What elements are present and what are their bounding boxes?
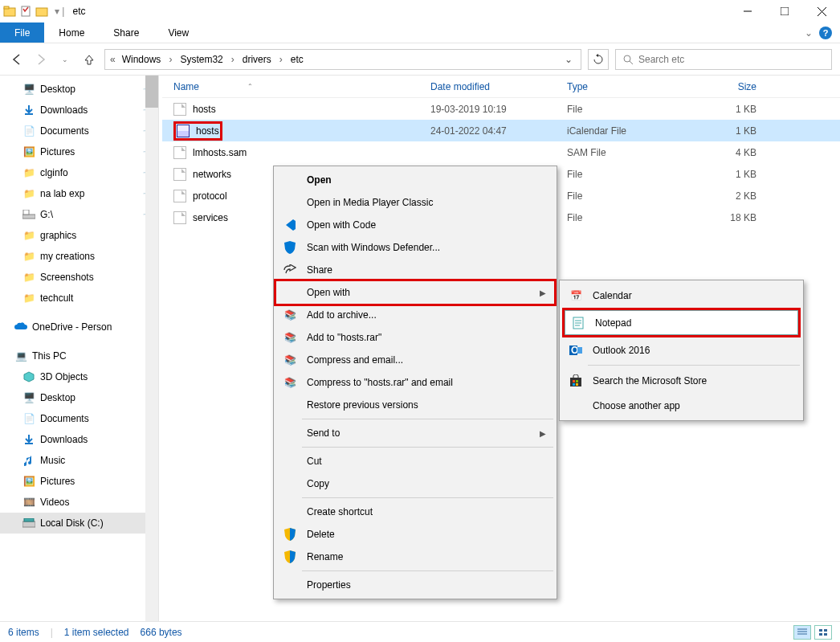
folder-icon-2 [35,5,48,18]
col-type[interactable]: Type [567,81,687,92]
tree-pc-videos[interactable]: 🎞️Videos [0,492,158,513]
svg-text:O: O [571,345,578,356]
drive-icon [22,208,35,221]
separator [302,419,553,419]
ctx-share[interactable]: Share [276,259,554,281]
ical-icon [177,125,190,137]
tree-onedrive[interactable]: OneDrive - Person [0,317,158,337]
tab-share[interactable]: Share [99,22,153,43]
file-row[interactable]: hosts 19-03-2019 10:19 File 1 KB [162,98,840,120]
tree-pc-desktop[interactable]: 🖥️Desktop [0,387,158,408]
address-bar[interactable]: « Windows› System32› drivers› etc ⌄ [104,49,581,70]
file-row[interactable]: lmhosts.sam SAM File4 KB [162,141,840,163]
ctx-properties[interactable]: Properties [276,574,554,596]
sub-outlook[interactable]: OOutlook 2016 [562,337,801,362]
up-button[interactable] [80,51,98,68]
tree-techcult[interactable]: 📁techcult [0,288,158,309]
tree-pc-documents[interactable]: 📄Documents [0,408,158,429]
column-headers[interactable]: Name⌃ Date modified Type Size [162,76,840,98]
search-input[interactable]: Search etc [615,49,832,70]
sub-label: Choose another app [593,400,680,411]
ctx-restore-previous[interactable]: Restore previous versions [276,394,554,416]
file-type: File [567,169,687,180]
view-details-button[interactable] [793,625,811,640]
tree-label: na lab exp [40,188,84,199]
col-name[interactable]: Name [173,81,199,92]
tree-label: Desktop [40,392,75,403]
ctx-add-archive[interactable]: 📚Add to archive... [276,304,554,326]
tree-creations[interactable]: 📁my creations [0,246,158,267]
ctx-compress-email[interactable]: 📚Compress and email... [276,349,554,371]
address-back-chevron[interactable]: « [110,54,116,65]
crumb-windows[interactable]: Windows [119,52,165,67]
tree-scrollbar[interactable] [145,76,158,622]
nav-tree[interactable]: 🖥️Desktop📌 Downloads📌 📄Documents📌 🖼️Pict… [0,76,159,622]
ctx-open[interactable]: Open [276,169,554,191]
view-large-button[interactable] [814,625,832,640]
ctx-delete[interactable]: Delete [276,523,554,546]
ctx-copy[interactable]: Copy [276,472,554,495]
tree-desktop[interactable]: 🖥️Desktop📌 [0,79,158,100]
ctx-open-with[interactable]: Open with▶ [276,281,554,304]
tree-documents[interactable]: 📄Documents📌 [0,121,158,141]
tree-screenshots[interactable]: 📁Screenshots [0,267,158,288]
ctx-open-media[interactable]: Open in Media Player Classic [276,191,554,214]
tree-3dobjects[interactable]: 3D Objects [0,366,158,387]
recent-dropdown[interactable]: ⌄ [56,51,74,68]
ctx-shortcut[interactable]: Create shortcut [276,501,554,523]
tree-pc-pictures[interactable]: 🖼️Pictures [0,471,158,492]
tab-view[interactable]: View [153,22,203,43]
ribbon-expand-icon[interactable]: ⌄ [805,27,813,39]
context-menu: Open Open in Media Player Classic Open w… [273,166,557,599]
ctx-open-code[interactable]: Open with Code [276,214,554,236]
tree-thispc[interactable]: 💻This PC [0,346,158,366]
tree-downloads[interactable]: Downloads📌 [0,100,158,121]
sub-calendar[interactable]: 📅Calendar [562,283,801,308]
ctx-cut[interactable]: Cut [276,450,554,472]
minimize-button[interactable] [729,0,766,22]
ctx-send-to[interactable]: Send to▶ [276,422,554,444]
file-tab[interactable]: File [0,22,44,43]
col-size[interactable]: Size [687,81,776,92]
tab-home[interactable]: Home [44,22,99,43]
tree-graphics[interactable]: 📁graphics [0,225,158,246]
download-icon [22,104,35,117]
close-button[interactable] [803,0,840,22]
forward-button[interactable] [32,51,50,68]
store-icon [569,374,583,388]
documents-icon: 📄 [22,412,35,425]
address-dropdown-icon[interactable]: ⌄ [561,54,576,65]
tree-pc-music[interactable]: Music [0,450,158,471]
help-icon[interactable]: ? [819,27,832,39]
ctx-rename[interactable]: Rename [276,546,554,568]
svg-rect-2 [22,6,30,16]
tree-gdrive[interactable]: G:\📌 [0,204,158,225]
ctx-add-hosts-rar[interactable]: 📚Add to "hosts.rar" [276,326,554,349]
ctx-scan-defender[interactable]: Scan with Windows Defender... [276,236,554,259]
tree-clginfo[interactable]: 📁clginfo📌 [0,162,158,183]
save-icon[interactable] [19,5,32,18]
file-size: 18 KB [687,212,776,223]
sub-another[interactable]: Choose another app [562,393,801,418]
ctx-compress-hosts-email[interactable]: 📚Compress to "hosts.rar" and email [276,371,554,394]
file-icon [173,190,186,202]
tree-nalab[interactable]: 📁na lab exp📌 [0,183,158,204]
crumb-etc[interactable]: etc [287,52,307,67]
tree-localdisk[interactable]: Local Disk (C:) [0,513,158,534]
back-button[interactable] [8,51,26,68]
calendar-icon: 📅 [569,288,583,303]
col-date[interactable]: Date modified [430,81,567,92]
crumb-system32[interactable]: System32 [177,52,226,67]
ribbon: File Home Share View ⌄ ? [0,22,840,43]
file-size: 1 KB [687,125,776,137]
sub-notepad[interactable]: Notepad [565,310,798,335]
tree-label: G:\ [40,209,53,220]
tree-pictures[interactable]: 🖼️Pictures📌 [0,141,158,162]
file-size: 4 KB [687,147,776,158]
maximize-button[interactable] [766,0,803,22]
crumb-drivers[interactable]: drivers [239,52,275,67]
tree-pc-downloads[interactable]: Downloads [0,429,158,450]
sub-store[interactable]: Search the Microsoft Store [562,368,801,393]
file-row-selected[interactable]: hosts 24-01-2022 04:47 iCalendar File 1 … [162,120,840,141]
refresh-button[interactable] [588,49,609,70]
